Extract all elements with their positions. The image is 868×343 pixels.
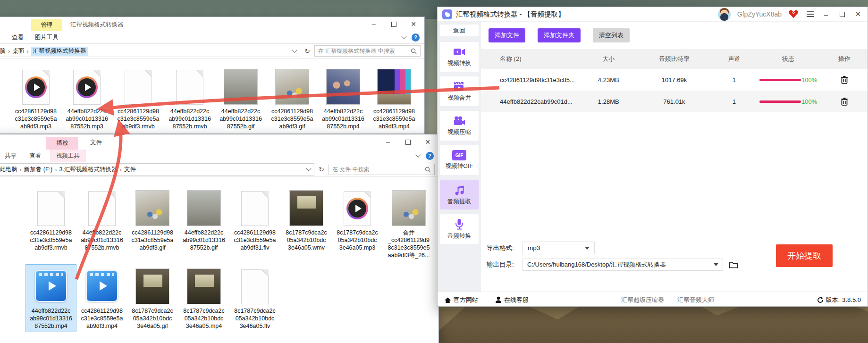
official-site-link[interactable]: 官方网站 (444, 296, 478, 304)
ribbon-tab-play[interactable]: 播放 (46, 137, 78, 150)
window-title: 文件 (90, 139, 102, 147)
address-dropdown-icon[interactable] (306, 166, 312, 171)
progress-percent: 100% (801, 98, 817, 105)
file-name: cc42861129d98 c31e3c8559e5a ab9df3.rmvb (26, 229, 76, 251)
menu-button[interactable] (805, 10, 815, 18)
output-dir-select[interactable]: C:/Users/huibang168/Desktop/汇帮视频格式转换器 (522, 259, 723, 271)
sidebar-item-video-compress[interactable]: 视频压缩 (440, 111, 479, 141)
sidebar-item-audio-extract[interactable]: 音频提取 (440, 180, 479, 209)
file-item[interactable]: 8c1787c9dca2c 05a342b10bdc 3e46a05.flv (230, 265, 280, 330)
breadcrumb-desktop[interactable]: 桌面 (12, 47, 24, 55)
ribbon-collapse-icon[interactable] (401, 33, 406, 39)
refresh-icon[interactable]: ↻ (317, 166, 326, 173)
app-footer: 官方网站 在线客服 汇帮超级压缩器 汇帮音频大师 版本: 3.8.5.0 (438, 292, 868, 308)
file-item[interactable]: 44effb822d22c ab99c01d13316 87552b.rmvb (165, 65, 215, 130)
export-format-select[interactable]: mp3 (522, 242, 595, 254)
ribbon-tab-view[interactable]: 查看 (7, 33, 28, 42)
sidebar-item-video-merge[interactable]: 视频合并 (440, 76, 479, 106)
breadcrumb-pc[interactable]: 此电脑 (0, 166, 17, 174)
sidebar-item-video-to-gif[interactable]: GIF 视频转GIF (440, 145, 479, 175)
file-item[interactable]: cc42861129d98 c31e3c8559e5a ab9df3.mp4 (369, 65, 419, 130)
file-item[interactable]: cc42861129d98 c31e3c8559e5a ab9df3.rmvb (113, 65, 163, 130)
file-item[interactable]: 44effb822d22c ab99c01d13316 87552b.mp4 (318, 65, 368, 130)
delete-trash-icon[interactable] (841, 97, 848, 106)
file-item[interactable]: cc42861129d98 c31e3c8559e5a ab9df3.mp3 (11, 65, 61, 130)
breadcrumb-subfolder[interactable]: 文件 (124, 166, 136, 174)
audio-master-link[interactable]: 汇帮音频大师 (677, 296, 714, 304)
sidebar-item-label: 视频转GIF (446, 162, 473, 170)
refresh-icon[interactable] (817, 297, 824, 303)
file-item[interactable]: cc42861129d98 c31e3c8559e5a ab9df31.flv (230, 186, 280, 251)
file-item[interactable]: cc42861129d98 c31e3c8559e5a ab9df3.gif (267, 65, 317, 130)
close-button[interactable]: ✕ (853, 10, 863, 18)
address-bar[interactable]: 电脑› 桌面› 汇帮视频格式转换器 (0, 45, 300, 57)
minimize-button[interactable]: – (821, 10, 831, 18)
add-file-button[interactable]: 添加文件 (489, 28, 525, 42)
super-compressor-link[interactable]: 汇帮超级压缩器 (621, 296, 664, 304)
ribbon-tab-view[interactable]: 查看 (25, 152, 46, 160)
table-row[interactable]: 44effb822d22cab99c01d... 1.28MB 761.01k … (481, 91, 868, 112)
help-icon[interactable]: ? (426, 152, 434, 160)
file-item[interactable]: 44effb822d22c ab99c01d13316 87552b.rmvb (77, 186, 127, 251)
ribbon-tab-video-tools[interactable]: 视频工具 (50, 150, 86, 162)
sidebar-item-audio-convert[interactable]: 音频转换 (440, 214, 479, 244)
avatar[interactable] (718, 8, 731, 21)
ribbon-tab-share[interactable]: 共享 (0, 152, 21, 160)
refresh-icon[interactable]: ↻ (303, 47, 312, 55)
file-name: cc42861129d98 c31e3c8559e5a ab9df3.gif (267, 108, 317, 130)
start-extract-button[interactable]: 开始提取 (776, 244, 833, 267)
breadcrumb-folder[interactable]: 3.汇帮视频格式转换器 (59, 166, 118, 174)
file-item[interactable]: 44effb822d22c ab99c01d13316 87552b.mp3 (62, 65, 112, 130)
file-item[interactable]: 44effb822d22c ab99c01d13316 87552b.gif (216, 65, 266, 130)
back-button[interactable]: 返回 (440, 25, 479, 36)
file-item[interactable]: 8c1787c9dca2c 05a342b10bdc 3e46a05.mp4 (179, 265, 229, 330)
close-button[interactable]: ✕ (404, 17, 423, 31)
clear-list-button[interactable]: 清空列表 (593, 28, 630, 42)
cell-bitrate: 761.01k (636, 98, 713, 105)
file-name: 8c1787c9dca2c 05a342b10bdc 3e46a05.gif (127, 307, 177, 330)
file-item[interactable]: 合并 _cc42861129d9 8c31e3c8559e5 aab9df3等_… (384, 186, 434, 259)
add-folder-button[interactable]: 添加文件夹 (538, 28, 581, 42)
minimize-button[interactable]: – (378, 134, 398, 150)
maximize-button[interactable] (384, 17, 404, 31)
address-dropdown-icon[interactable] (292, 47, 297, 52)
online-service-link[interactable]: 在线客服 (495, 296, 529, 304)
breadcrumb-pc[interactable]: 电脑 (0, 47, 6, 55)
breadcrumb-folder[interactable]: 汇帮视频格式转换器 (31, 47, 88, 56)
table-row[interactable]: cc42861129d98c31e3c85... 4.23MB 1017.69k… (481, 69, 868, 91)
help-icon[interactable]: ? (412, 33, 420, 42)
file-item[interactable]: cc42861129d98 c31e3c8559e5a ab9df3.mp4 (77, 265, 127, 330)
username[interactable]: GfpZyYucX8ab (737, 10, 782, 18)
sidebar-item-video-convert[interactable]: 视频转换 (440, 42, 479, 72)
file-item[interactable]: 44effb822d22c ab99c01d13316 87552b.gif (179, 186, 229, 251)
file-item[interactable]: 8c1787c9dca2c 05a342b10bdc 3e46a05.wmv (281, 186, 331, 251)
open-folder-icon[interactable] (729, 261, 738, 268)
file-list: cc42861129d98 c31e3c8559e5a ab9df3.mp3 4… (0, 59, 424, 136)
ribbon-tab-manage[interactable]: 管理 (31, 19, 62, 31)
close-button[interactable]: ✕ (418, 134, 438, 150)
search-box[interactable]: 在 汇帮视频格式转换器 中搜索 (314, 45, 421, 57)
maximize-button[interactable] (398, 134, 418, 150)
address-bar[interactable]: 此电脑› 新加卷 (F:)› 3.汇帮视频格式转换器› 文件 (0, 163, 314, 176)
image-thumbnail (135, 268, 169, 304)
ribbon-tab-picture-tools[interactable]: 图片工具 (31, 33, 62, 42)
app-title: 汇帮视频格式转换器 - 【音频提取】 (456, 10, 565, 19)
music-note-icon (453, 184, 466, 196)
vip-heart-icon[interactable] (788, 9, 799, 19)
file-item[interactable]: cc42861129d98 c31e3c8559e5a ab9df3.rmvb (26, 186, 76, 251)
file-item[interactable]: 8c1787c9dca2c 05a342b10bdc 3e46a05.gif (127, 265, 177, 330)
file-item[interactable]: cc42861129d98 c31e3c8559e5a ab9df3.gif (127, 186, 177, 251)
version-label: 版本: (826, 296, 840, 304)
file-item[interactable]: 8c1787c9dca2c 05a342b10bdc 3e46a05.mp3 (332, 186, 382, 251)
search-box[interactable]: 在 文件 中搜索 (329, 164, 435, 175)
sidebar-item-label: 音频转换 (447, 232, 471, 240)
file-item-selected[interactable]: 44effb822d22c ab99c01d13316 87552b.mp4 (26, 265, 76, 332)
minimize-button[interactable]: – (364, 17, 384, 31)
column-header-status: 状态 (755, 55, 821, 63)
maximize-button[interactable] (837, 12, 847, 17)
delete-trash-icon[interactable] (841, 75, 848, 84)
ribbon: 查看 图片工具 ? (0, 31, 424, 44)
breadcrumb-drive[interactable]: 新加卷 (F:) (24, 166, 52, 174)
app-sidebar: 返回 视频转换 视频合并 视频压缩 GIF 视频转GIF 音频提取 (438, 22, 481, 292)
ribbon-collapse-icon[interactable] (415, 152, 421, 157)
